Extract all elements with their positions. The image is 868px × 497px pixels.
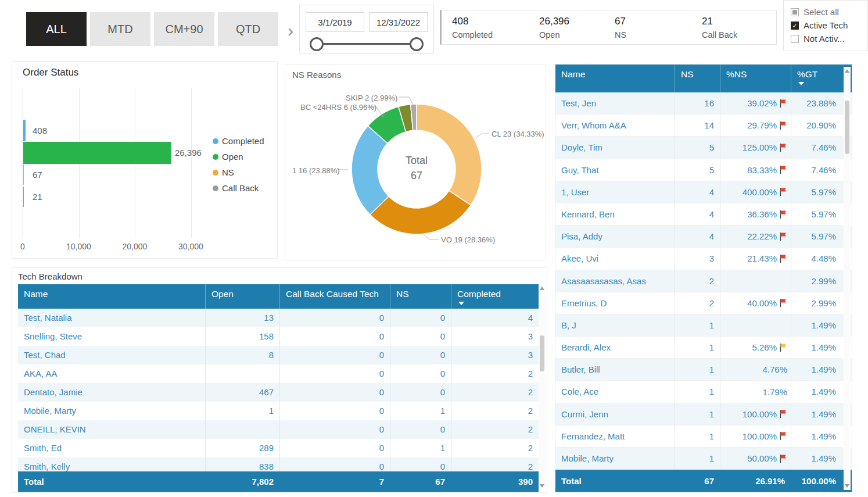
bar-ns[interactable]	[23, 165, 24, 185]
cell-ns: 4	[675, 181, 720, 203]
legend-dot-icon	[213, 185, 218, 191]
scroll-down-icon[interactable]	[845, 484, 849, 488]
table-row[interactable]: Test, Natalia13004	[18, 309, 539, 327]
table-row[interactable]: B, J11.49%	[555, 314, 852, 337]
table-row[interactable]: Pisa, Addy422.22%5.97%	[555, 226, 852, 248]
cell-gt: 1.49%	[791, 337, 842, 359]
legend-label: Open	[222, 152, 243, 162]
order-status-panel: Order Status 010,00020,00030,00040826,39…	[12, 61, 278, 259]
scrollbar-thumb[interactable]	[540, 335, 544, 371]
bar-completed[interactable]	[23, 120, 26, 141]
slider-handle-start[interactable]	[310, 37, 324, 51]
table-row[interactable]: Dentato, Jamie467002	[18, 383, 539, 402]
slider-handle-end[interactable]	[410, 37, 424, 51]
table-row[interactable]: Mobile, Marty1012	[18, 402, 539, 420]
column-header-completed[interactable]: Completed	[451, 284, 539, 309]
cell-pns: 21.43%	[720, 248, 791, 270]
checkbox-option-select-all[interactable]: Select all	[791, 5, 867, 19]
start-date-input[interactable]: 3/1/2019	[306, 12, 364, 32]
table-row[interactable]: Smith, Kelly838002	[18, 457, 539, 471]
filter-button-all[interactable]: ALL	[26, 12, 87, 46]
pns-value: 1.79%	[762, 387, 787, 397]
table-row[interactable]: Asasaasasasas, Asas22.99%	[555, 270, 852, 292]
checkbox-unchecked-icon[interactable]	[791, 35, 799, 43]
cell-value: 467	[205, 383, 279, 402]
checkbox-indeterminate-icon[interactable]	[791, 8, 799, 16]
cell-pns: 125.00%	[720, 137, 791, 159]
cell-name: Emetrius, D	[555, 292, 675, 314]
cell-value: 0	[279, 346, 390, 364]
kpi-ns: 67NS	[615, 16, 626, 40]
end-date-input[interactable]: 12/31/2022	[369, 12, 428, 32]
table-row[interactable]: Verr, Whom A&A1429.79%20.90%	[555, 115, 852, 137]
scroll-down-icon[interactable]	[540, 484, 544, 488]
checkbox-checked-icon[interactable]: ✓	[791, 22, 799, 30]
table-row[interactable]: Smith, Ed289012	[18, 439, 539, 457]
filter-button-qtd[interactable]: QTD	[218, 12, 278, 46]
red-flag-icon	[779, 187, 787, 196]
cell-gt: 1.49%	[791, 403, 842, 426]
cell-pns: 100.00%	[720, 403, 791, 426]
table-row[interactable]: Snelling, Steve158003	[18, 327, 539, 346]
cell-ns: 4	[675, 203, 720, 226]
table-row[interactable]: ONEILL, KEVIN002	[18, 420, 539, 439]
table-row[interactable]: Curmi, Jenn1100.00%1.49%	[555, 403, 852, 426]
ns-table-scrollbar	[844, 67, 851, 490]
cell-value: 2	[451, 439, 539, 457]
checkbox-option-active-tech[interactable]: ✓Active Tech	[791, 19, 867, 32]
column-header-name[interactable]: Name	[555, 65, 675, 92]
sort-desc-icon	[458, 302, 464, 305]
bar-call-back[interactable]	[23, 187, 24, 207]
table-row[interactable]: Test, Jen1639.02%23.88%	[555, 92, 852, 115]
scroll-up-icon[interactable]	[845, 69, 849, 73]
bar-value-label: 21	[33, 192, 42, 202]
cell-name: Mobile, Marty	[555, 448, 675, 470]
scrollbar-thumb[interactable]	[845, 101, 849, 154]
legend-item-call-back[interactable]: Call Back	[213, 183, 264, 193]
scroll-up-icon[interactable]	[540, 287, 544, 290]
order-status-bar-chart: 010,00020,00030,00040826,3966721	[23, 88, 197, 240]
filter-button-cm90[interactable]: CM+90	[154, 12, 214, 46]
table-row[interactable]: Berardi, Alex15.26%1.49%	[555, 337, 852, 359]
cell-pns: 1.79%	[720, 381, 791, 403]
legend-item-open[interactable]: Open	[213, 152, 264, 162]
cell-gt: 2.99%	[791, 270, 842, 292]
legend-item-completed[interactable]: Completed	[213, 136, 264, 146]
checkbox-option-not-activ-[interactable]: Not Activ...	[791, 32, 867, 45]
column-header-open[interactable]: Open	[205, 284, 279, 309]
table-row[interactable]: Fernandez, Matt1100.00%1.49%	[555, 426, 852, 448]
cell-value: 838	[205, 457, 279, 471]
table-row[interactable]: 1, User4400.00%5.97%	[555, 181, 852, 203]
slider-track[interactable]	[316, 43, 417, 45]
filter-button-mtd[interactable]: MTD	[90, 12, 150, 46]
column-header-name[interactable]: Name	[18, 284, 205, 309]
chevron-right-icon[interactable]: ›	[288, 22, 293, 40]
cell-value: 1	[390, 439, 451, 457]
legend-dot-icon	[213, 138, 218, 144]
column-header-gt[interactable]: %GT	[791, 65, 842, 92]
kpi-open: 26,396Open	[539, 16, 569, 40]
column-header-ns[interactable]: NS	[675, 65, 720, 92]
cell-value: 1	[390, 402, 451, 420]
table-row[interactable]: Guy, That583.33%7.46%	[555, 159, 852, 181]
table-row[interactable]: Cole, Ace11.79%1.49%	[555, 381, 852, 403]
bar-open[interactable]	[23, 142, 171, 164]
pns-value: 100.00%	[743, 409, 777, 419]
legend-item-ns[interactable]: NS	[213, 167, 264, 177]
table-row[interactable]: Emetrius, D240.00%2.99%	[555, 292, 852, 314]
table-row[interactable]: AKA, AA002	[18, 364, 539, 383]
table-row[interactable]: Test, Chad8003	[18, 346, 539, 364]
table-row[interactable]: Mobile, Marty150.00%1.49%	[555, 448, 852, 470]
donut-slice-label: BC <24HRS 6 (8.96%)	[300, 103, 376, 112]
column-header-ns[interactable]: %NS	[720, 65, 791, 92]
table-row[interactable]: Kennard, Ben436.36%5.97%	[555, 203, 852, 226]
table-row[interactable]: Akee, Uvi321.43%4.48%	[555, 248, 852, 270]
tech-table-scrollbar	[539, 284, 546, 490]
cell-name: Akee, Uvi	[555, 248, 675, 270]
table-row[interactable]: Doyle, Tim5125.00%7.46%	[555, 137, 852, 159]
table-row[interactable]: Butler, Bill14.76%1.49%	[555, 359, 852, 381]
column-header-call-back-caused-tech[interactable]: Call Back Caused Tech	[279, 284, 390, 309]
legend-label: Completed	[222, 136, 264, 146]
column-header-ns[interactable]: NS	[390, 284, 451, 309]
order-status-title: Order Status	[23, 67, 78, 78]
